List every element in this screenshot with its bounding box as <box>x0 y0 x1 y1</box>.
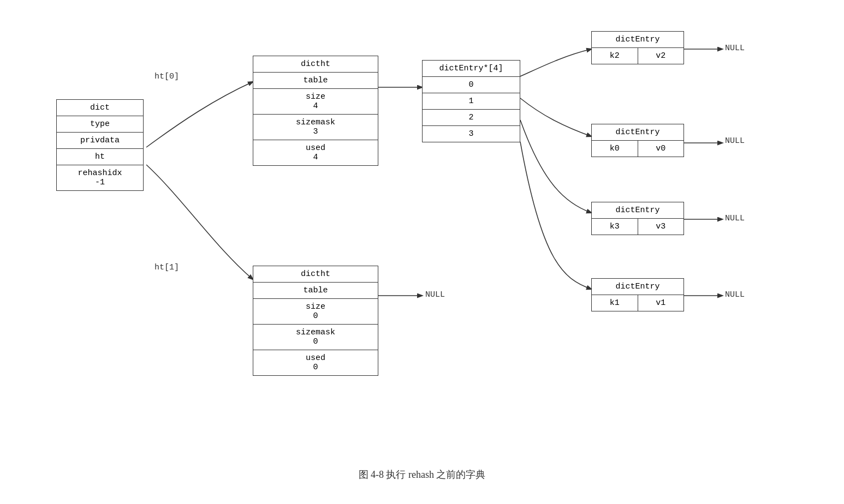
dict-box: dict type privdata ht rehashidx-1 <box>56 99 144 191</box>
dictht1-used: used0 <box>253 350 378 375</box>
dict-cell-ht: ht <box>57 149 143 165</box>
entry3-box: dictEntry k1 v1 <box>591 278 684 311</box>
dict-entry-array-box: dictEntry*[4] 0 1 2 3 <box>422 60 520 142</box>
null3: NULL <box>725 290 745 299</box>
dict-cell-dict: dict <box>57 100 143 116</box>
entry2-kv: k3 v3 <box>592 219 683 235</box>
entry0-kv: k2 v2 <box>592 48 683 64</box>
entry0-label: dictEntry <box>592 32 683 48</box>
array-row1: 1 <box>423 93 520 110</box>
dictht1-label: dictht <box>253 266 378 283</box>
dict-cell-type: type <box>57 116 143 133</box>
dictht0-box: dictht table size4 sizemask3 used4 <box>253 56 378 166</box>
ht0-label: ht[0] <box>154 72 179 81</box>
dictht1-sizemask: sizemask0 <box>253 325 378 350</box>
entry1-label: dictEntry <box>592 124 683 141</box>
dictht0-label: dictht <box>253 56 378 73</box>
entry2-v: v3 <box>638 219 684 235</box>
entry2-box: dictEntry k3 v3 <box>591 202 684 235</box>
entry1-box: dictEntry k0 v0 <box>591 124 684 157</box>
entry1-kv: k0 v0 <box>592 141 683 157</box>
dict-cell-privdata: privdata <box>57 133 143 149</box>
ht1-label: ht[1] <box>154 263 179 272</box>
dict-cell-rehashidx: rehashidx-1 <box>57 165 143 190</box>
array-row2: 2 <box>423 110 520 126</box>
dictht0-table: table <box>253 73 378 89</box>
dictht0-used: used4 <box>253 140 378 165</box>
entry1-v: v0 <box>638 141 684 157</box>
entry2-k: k3 <box>592 219 638 235</box>
null-ht1-table: NULL <box>425 290 445 299</box>
entry0-k: k2 <box>592 48 638 64</box>
array-label: dictEntry*[4] <box>423 61 520 77</box>
null2: NULL <box>725 214 745 223</box>
dictht1-size: size0 <box>253 299 378 325</box>
null1: NULL <box>725 136 745 146</box>
dictht1-box: dictht table size0 sizemask0 used0 <box>253 266 378 376</box>
entry0-box: dictEntry k2 v2 <box>591 31 684 64</box>
entry2-label: dictEntry <box>592 202 683 219</box>
diagram: dict type privdata ht rehashidx-1 ht[0] … <box>40 12 804 492</box>
entry1-k: k0 <box>592 141 638 157</box>
entry3-k: k1 <box>592 295 638 311</box>
dictht1-table: table <box>253 283 378 299</box>
diagram-caption: 图 4-8 执行 rehash 之前的字典 <box>231 468 613 481</box>
entry0-v: v2 <box>638 48 684 64</box>
array-row3: 3 <box>423 126 520 142</box>
array-row0: 0 <box>423 77 520 93</box>
entry3-kv: k1 v1 <box>592 295 683 311</box>
entry3-label: dictEntry <box>592 279 683 295</box>
dictht0-size: size4 <box>253 89 378 115</box>
null0: NULL <box>725 44 745 53</box>
entry3-v: v1 <box>638 295 684 311</box>
dictht0-sizemask: sizemask3 <box>253 115 378 140</box>
